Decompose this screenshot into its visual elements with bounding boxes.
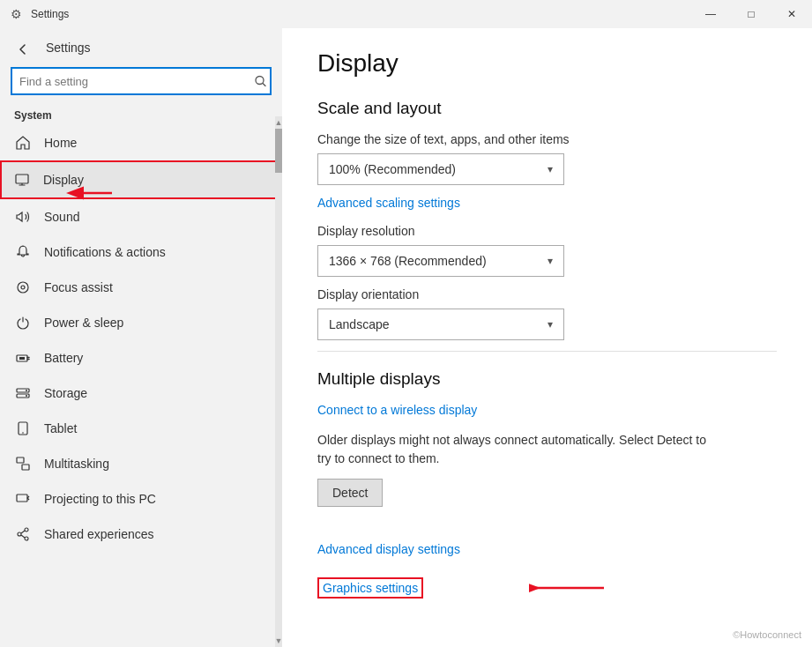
display-orientation-label: Display orientation xyxy=(317,287,777,301)
sidebar-scrollbar[interactable]: ▲ ▼ xyxy=(275,116,282,647)
sidebar-item-label-storage: Storage xyxy=(44,386,87,400)
power-icon xyxy=(14,314,32,331)
svg-line-1 xyxy=(263,84,265,86)
sidebar-item-label-notifications: Notifications & actions xyxy=(44,245,166,259)
svg-point-24 xyxy=(25,528,28,532)
search-icon xyxy=(255,76,266,87)
scrollbar-thumb[interactable] xyxy=(275,129,282,173)
battery-icon xyxy=(14,349,32,367)
display-resolution-label: Display resolution xyxy=(317,224,777,238)
detect-button[interactable]: Detect xyxy=(317,479,383,507)
sidebar-items: Home Display xyxy=(0,125,282,647)
multiple-displays-section: Multiple displays Connect to a wireless … xyxy=(317,351,777,524)
sidebar-item-battery[interactable]: Battery xyxy=(0,340,282,376)
main-content: Display Scale and layout Change the size… xyxy=(282,28,812,647)
titlebar: ⚙ Settings — □ ✕ xyxy=(0,0,812,28)
sidebar: Settings System xyxy=(0,28,282,647)
display-icon xyxy=(13,171,31,189)
resolution-dropdown-value: 1366 × 768 (Recommended) xyxy=(329,254,487,268)
search-input[interactable] xyxy=(11,67,272,95)
back-button[interactable] xyxy=(11,37,35,62)
svg-point-16 xyxy=(26,395,27,397)
sidebar-item-label-multitasking: Multitasking xyxy=(44,457,109,471)
multitasking-icon xyxy=(14,455,32,472)
tablet-icon xyxy=(14,420,32,437)
resolution-dropdown-chevron: ▾ xyxy=(548,255,553,267)
storage-icon xyxy=(14,384,32,402)
titlebar-left: ⚙ Settings xyxy=(11,7,69,21)
orientation-dropdown[interactable]: Landscape ▾ xyxy=(317,309,564,340)
multiple-displays-title: Multiple displays xyxy=(317,369,777,389)
svg-point-26 xyxy=(25,537,28,540)
titlebar-controls: — □ ✕ xyxy=(690,0,812,28)
sidebar-item-label-projecting: Projecting to this PC xyxy=(44,492,156,506)
sidebar-item-multitasking[interactable]: Multitasking xyxy=(0,446,282,481)
sidebar-section-label: System xyxy=(0,106,282,125)
sidebar-item-label-sound: Sound xyxy=(44,210,79,224)
shared-icon xyxy=(14,525,32,543)
detect-info-text: Older displays might not always connect … xyxy=(317,431,714,468)
related-settings: Advanced display settings Graphics setti… xyxy=(317,542,777,599)
sidebar-item-home[interactable]: Home xyxy=(0,125,282,160)
sidebar-item-sound[interactable]: Sound xyxy=(0,199,282,234)
projecting-icon xyxy=(14,490,32,508)
titlebar-icon: ⚙ xyxy=(11,7,22,21)
graphics-settings-link[interactable]: Graphics settings xyxy=(317,577,423,599)
sidebar-item-storage[interactable]: Storage xyxy=(0,376,282,411)
sidebar-item-label-battery: Battery xyxy=(44,351,83,365)
sidebar-item-tablet[interactable]: Tablet xyxy=(0,411,282,446)
search-box xyxy=(11,67,272,95)
svg-point-7 xyxy=(18,282,28,293)
svg-rect-20 xyxy=(22,465,29,470)
close-button[interactable]: ✕ xyxy=(771,0,812,28)
scale-dropdown-value: 100% (Recommended) xyxy=(329,162,456,176)
sidebar-item-display[interactable]: Display xyxy=(0,160,282,199)
scale-dropdown[interactable]: 100% (Recommended) ▾ xyxy=(317,153,564,185)
resolution-dropdown[interactable]: 1366 × 768 (Recommended) ▾ xyxy=(317,245,564,277)
svg-rect-4 xyxy=(16,175,28,183)
sidebar-item-notifications[interactable]: Notifications & actions xyxy=(0,234,282,270)
sidebar-item-label-power: Power & sleep xyxy=(44,316,123,330)
maximize-button[interactable]: □ xyxy=(731,0,771,28)
orientation-dropdown-value: Landscape xyxy=(329,317,390,331)
sidebar-item-label-tablet: Tablet xyxy=(44,421,77,435)
sidebar-item-label-home: Home xyxy=(44,136,77,150)
svg-rect-19 xyxy=(17,457,24,463)
focus-icon xyxy=(14,279,32,296)
scale-dropdown-chevron: ▾ xyxy=(548,163,553,175)
scale-section-title: Scale and layout xyxy=(317,99,777,118)
change-size-label: Change the size of text, apps, and other… xyxy=(317,132,777,146)
page-title: Display xyxy=(317,49,777,78)
sidebar-item-label-focus: Focus assist xyxy=(44,280,113,294)
sidebar-item-focus[interactable]: Focus assist xyxy=(0,270,282,305)
app-container: Settings System xyxy=(0,28,812,647)
wireless-display-link[interactable]: Connect to a wireless display xyxy=(317,403,477,417)
sidebar-item-power[interactable]: Power & sleep xyxy=(0,305,282,340)
titlebar-title: Settings xyxy=(31,8,69,20)
svg-point-15 xyxy=(26,390,27,391)
svg-point-25 xyxy=(18,532,21,536)
svg-rect-21 xyxy=(17,495,27,502)
orientation-dropdown-chevron: ▾ xyxy=(548,318,553,331)
minimize-button[interactable]: — xyxy=(690,0,731,28)
section-divider xyxy=(317,351,777,352)
sidebar-item-label-shared: Shared experiences xyxy=(44,527,154,541)
home-icon xyxy=(14,134,32,152)
sound-icon xyxy=(14,208,32,226)
svg-point-18 xyxy=(22,432,24,434)
sidebar-item-shared[interactable]: Shared experiences xyxy=(0,517,282,552)
sidebar-item-projecting[interactable]: Projecting to this PC xyxy=(0,481,282,517)
advanced-scaling-link[interactable]: Advanced scaling settings xyxy=(317,196,460,210)
scrollbar-down-arrow[interactable]: ▼ xyxy=(275,635,282,647)
copyright: ©Howtoconnect xyxy=(733,629,801,640)
graphics-arrow xyxy=(529,577,608,599)
notifications-icon xyxy=(14,243,32,261)
svg-line-27 xyxy=(21,531,25,533)
scrollbar-up-arrow[interactable]: ▲ xyxy=(275,116,282,129)
svg-rect-10 xyxy=(19,357,25,360)
graphics-settings-row: Graphics settings xyxy=(317,577,777,599)
svg-line-28 xyxy=(21,535,25,538)
advanced-display-link[interactable]: Advanced display settings xyxy=(317,542,460,556)
sidebar-item-label-display: Display xyxy=(43,173,84,187)
svg-point-8 xyxy=(21,286,25,289)
